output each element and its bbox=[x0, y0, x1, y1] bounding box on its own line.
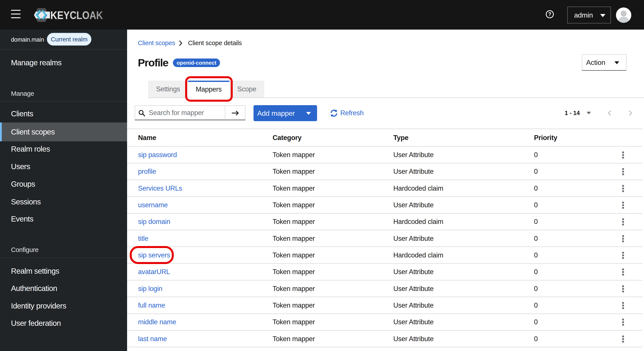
svg-text:KEYCLOAK: KEYCLOAK bbox=[50, 9, 103, 22]
svg-text:?: ? bbox=[548, 12, 551, 17]
